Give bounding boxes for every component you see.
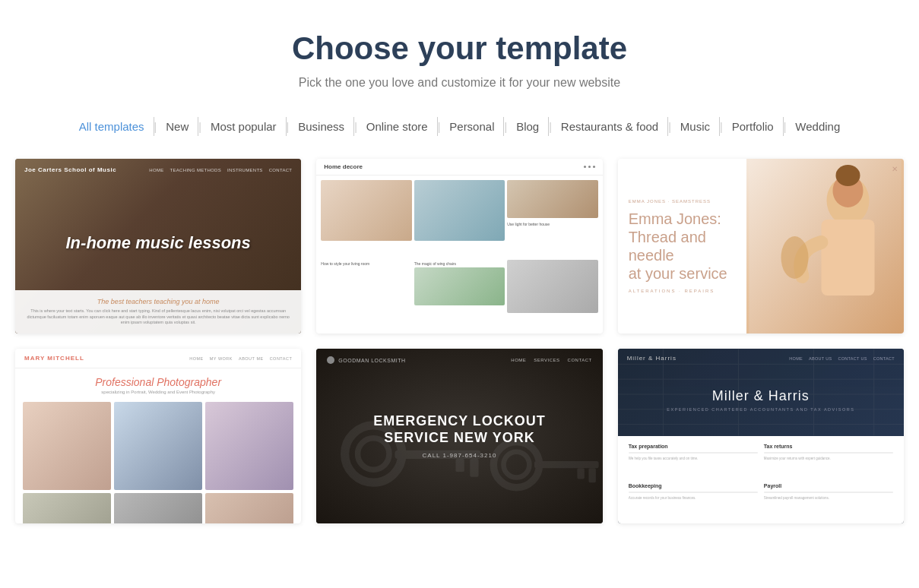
- locksmith-headline: EMERGENCY LOCKOUTSERVICE NEW YORK: [373, 413, 546, 446]
- miller-divider-4: [764, 492, 893, 493]
- menu-dot-3: [593, 166, 595, 168]
- nav-new[interactable]: New: [157, 117, 198, 136]
- photo-nav-contact: CONTACT: [270, 356, 293, 361]
- templates-grid: Joe Carters School of Music HOME TEACHIN…: [15, 159, 904, 523]
- music-nav: Joe Carters School of Music HOME TEACHIN…: [15, 166, 301, 173]
- miller-service-title-4: Payroll: [764, 483, 893, 488]
- music-tagline: The best teachers teaching you at home: [26, 298, 290, 305]
- miller-nav-contact: CONTACT US: [838, 356, 867, 361]
- svg-rect-9: [456, 459, 464, 472]
- music-headline: In-home music lessons: [30, 233, 287, 253]
- miller-bg-svg: [618, 349, 904, 436]
- nav-all-templates[interactable]: All templates: [70, 117, 154, 136]
- svg-rect-14: [578, 468, 585, 479]
- photo-thumb-2: [114, 402, 202, 490]
- template-photographer[interactable]: MARY MITCHELL HOME MY WORK ABOUT ME CONT…: [15, 349, 301, 523]
- template-locksmith[interactable]: GOODMAN LOCKSMITH HOME SERVICES CONTACT …: [316, 349, 602, 523]
- nav-music[interactable]: Music: [671, 117, 720, 136]
- miller-divider-2: [764, 452, 893, 454]
- nav-personal[interactable]: Personal: [440, 117, 504, 136]
- nav-portfolio[interactable]: Portfolio: [723, 117, 784, 136]
- nav-blog[interactable]: Blog: [507, 117, 549, 136]
- nav-wedding[interactable]: Wedding: [786, 117, 849, 136]
- locksmith-nav-links: HOME SERVICES CONTACT: [511, 358, 591, 362]
- page-header: Choose your template Pick the one you lo…: [15, 30, 904, 90]
- photographer-grid: [15, 402, 301, 523]
- miller-nav-contact2: CONTACT: [873, 356, 895, 361]
- music-nav-links: HOME TEACHING METHODS INSTRUMENTS CONTAC…: [149, 168, 292, 172]
- photo-thumb-1: [23, 402, 111, 490]
- music-nav-instruments: INSTRUMENTS: [227, 168, 263, 172]
- svg-rect-13: [534, 461, 599, 468]
- nav-business[interactable]: Business: [289, 117, 354, 136]
- blog-img-1: [321, 180, 411, 241]
- music-nav-contact: CONTACT: [269, 168, 293, 172]
- miller-top: Miller & Harris HOME ABOUT US CONTACT US…: [618, 349, 904, 436]
- svg-point-5: [781, 236, 809, 279]
- miller-service-title-1: Tax preparation: [629, 444, 758, 449]
- lock-nav-services: SERVICES: [534, 358, 559, 362]
- menu-dot-2: [588, 166, 591, 168]
- svg-rect-2: [822, 220, 875, 296]
- page-wrapper: Choose your template Pick the one you lo…: [0, 0, 919, 554]
- locksmith-icon: [327, 356, 334, 364]
- emma-photo: [746, 159, 904, 334]
- miller-service-2: Tax returns Maximize your returns with e…: [764, 444, 893, 477]
- emma-label: Emma Jones · Seamstress: [629, 199, 736, 204]
- menu-dot-1: [584, 166, 586, 168]
- svg-point-4: [836, 165, 860, 186]
- blog-menu-dots: [584, 166, 595, 168]
- locksmith-brand: GOODMAN LOCKSMITH: [327, 356, 405, 364]
- miller-nav-links: HOME ABOUT US CONTACT US CONTACT: [789, 356, 895, 361]
- template-music[interactable]: Joe Carters School of Music HOME TEACHIN…: [15, 159, 301, 334]
- miller-nav: Miller & Harris HOME ABOUT US CONTACT US…: [618, 355, 904, 362]
- emma-close-icon: ✕: [892, 165, 898, 173]
- template-miller[interactable]: Miller & Harris HOME ABOUT US CONTACT US…: [618, 349, 904, 523]
- miller-service-1: Tax preparation We help you file taxes a…: [629, 444, 758, 477]
- blog-img-4: [414, 267, 505, 305]
- miller-logo: Miller & Harris: [627, 355, 677, 362]
- blog-img-3: [507, 180, 597, 218]
- photo-thumb-5: [114, 493, 202, 523]
- svg-rect-10: [471, 459, 479, 477]
- miller-services: Tax preparation We help you file taxes a…: [618, 436, 904, 523]
- miller-nav-about: ABOUT US: [809, 356, 832, 361]
- photographer-subtitle: specializing in Portrait, Wedding and Ev…: [23, 390, 293, 394]
- photographer-nav-links: HOME MY WORK ABOUT ME CONTACT: [189, 356, 292, 361]
- nav-food[interactable]: Restaurants & food: [552, 117, 668, 136]
- music-content: In-home music lessons: [30, 233, 287, 259]
- lock-nav-home: HOME: [511, 358, 526, 362]
- photo-nav-home: HOME: [189, 356, 204, 361]
- locksmith-nav: GOODMAN LOCKSMITH HOME SERVICES CONTACT: [316, 356, 602, 364]
- blog-title: Home decore: [324, 163, 363, 170]
- music-brand: Joe Carters School of Music: [24, 166, 116, 173]
- nav-popular[interactable]: Most popular: [201, 117, 287, 136]
- blog-col-3: Use light for better house: [507, 180, 597, 258]
- locksmith-phone: CALL 1-987-654-3210: [373, 452, 546, 459]
- miller-service-3: Bookkeeping Accurate records for your bu…: [629, 483, 758, 517]
- music-nav-home: HOME: [149, 168, 163, 172]
- template-emma[interactable]: Emma Jones · Seamstress Emma Jones:Threa…: [618, 159, 904, 334]
- blog-caption-4: The magic of wing chairs: [414, 260, 505, 268]
- miller-divider-3: [629, 492, 758, 493]
- blog-row2-col1: How to style your living room: [321, 260, 411, 330]
- svg-rect-15: [589, 468, 596, 482]
- blog-img-5: [507, 260, 597, 313]
- miller-nav-home: HOME: [789, 356, 803, 361]
- miller-service-text-1: We help you file taxes accurately and on…: [629, 457, 758, 462]
- emma-left: Emma Jones · Seamstress Emma Jones:Threa…: [618, 159, 746, 334]
- emma-person-svg: [746, 159, 904, 334]
- lock-nav-contact: CONTACT: [568, 358, 592, 362]
- miller-service-title-3: Bookkeeping: [629, 483, 758, 488]
- miller-service-title-2: Tax returns: [764, 444, 893, 449]
- music-bottom: The best teachers teaching you at home T…: [15, 290, 301, 334]
- music-description: This is where your text starts. You can …: [26, 308, 290, 326]
- miller-service-text-3: Accurate records for your business finan…: [629, 496, 758, 501]
- blog-row2-col2: The magic of wing chairs: [414, 260, 505, 330]
- template-blog[interactable]: Home decore 4 best colors for your inter…: [316, 159, 602, 334]
- music-nav-teaching: TEACHING METHODS: [170, 168, 221, 172]
- emma-headline: Emma Jones:Thread and needleat your serv…: [629, 210, 736, 283]
- nav-store[interactable]: Online store: [357, 117, 438, 136]
- miller-divider-1: [629, 452, 758, 454]
- blog-caption-1: How to style your living room: [321, 260, 411, 268]
